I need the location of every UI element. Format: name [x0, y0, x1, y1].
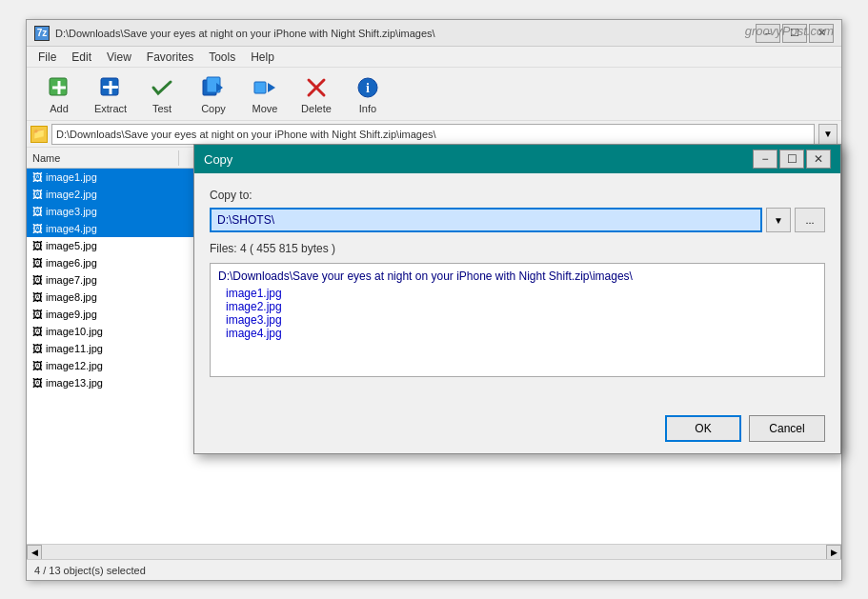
tree-path: D:\Downloads\Save your eyes at night on … — [218, 270, 817, 283]
dialog-body: Copy to: ▼ ... Files: 4 ( 455 815 bytes … — [194, 173, 840, 408]
add-label: Add — [50, 103, 69, 114]
menu-edit[interactable]: Edit — [64, 49, 99, 66]
menu-tools[interactable]: Tools — [201, 49, 243, 66]
delete-label: Delete — [301, 103, 332, 114]
file-name-cell: 🖼image5.jpg — [27, 239, 179, 252]
file-name-cell: 🖼image11.jpg — [27, 342, 179, 355]
copy-icon — [200, 74, 227, 101]
test-button[interactable]: Test — [137, 71, 187, 117]
file-name-cell: 🖼image4.jpg — [27, 222, 179, 235]
scroll-track[interactable] — [42, 545, 826, 560]
scroll-right-button[interactable]: ▶ — [826, 545, 841, 560]
dialog-title-bar: Copy − ☐ ✕ — [194, 145, 840, 173]
horizontal-scrollbar[interactable]: ◀ ▶ — [27, 544, 841, 559]
tree-file-1: image1.jpg — [218, 287, 817, 300]
delete-button[interactable]: Delete — [292, 71, 341, 117]
delete-icon — [303, 74, 330, 101]
copy-label: Copy — [201, 103, 226, 114]
file-name-cell: 🖼image2.jpg — [27, 188, 179, 201]
move-button[interactable]: Move — [240, 71, 290, 117]
file-name-cell: 🖼image3.jpg — [27, 205, 179, 218]
file-name-cell: 🖼image13.jpg — [27, 376, 179, 389]
status-text: 4 / 13 object(s) selected — [34, 565, 146, 576]
dialog-title: Copy — [204, 152, 751, 167]
browse-button[interactable]: ... — [795, 208, 825, 232]
test-icon — [149, 74, 175, 101]
extract-icon — [97, 74, 124, 101]
copy-path-row: ▼ ... — [210, 208, 825, 232]
menu-file[interactable]: File — [30, 49, 64, 66]
dialog-close-button[interactable]: ✕ — [806, 150, 831, 169]
ok-button[interactable]: OK — [665, 415, 741, 442]
watermark: groovyPost.com — [745, 24, 834, 38]
main-window: 7z D:\Downloads\Save your eyes at night … — [26, 19, 842, 581]
scroll-left-button[interactable]: ◀ — [27, 545, 42, 560]
file-name-cell: 🖼image9.jpg — [27, 308, 179, 321]
toolbar: Add Extract Test — [27, 68, 841, 121]
address-input[interactable] — [51, 124, 815, 145]
cancel-button[interactable]: Cancel — [749, 415, 825, 442]
copy-to-label: Copy to: — [210, 189, 825, 202]
dialog-minimize-button[interactable]: − — [753, 150, 777, 169]
move-label: Move — [252, 103, 278, 114]
menu-favorites[interactable]: Favorites — [139, 49, 201, 66]
extract-label: Extract — [94, 103, 127, 114]
col-name-header[interactable]: Name — [27, 150, 179, 166]
folder-icon: 📁 — [30, 126, 48, 143]
file-name-cell: 🖼image6.jpg — [27, 256, 179, 270]
copy-dialog: Copy − ☐ ✕ Copy to: ▼ ... Files: 4 ( 455… — [193, 144, 841, 454]
file-name-cell: 🖼image7.jpg — [27, 273, 179, 287]
add-button[interactable]: Add — [34, 71, 84, 117]
tree-file-2: image2.jpg — [218, 300, 817, 313]
window-title: D:\Downloads\Save your eyes at night on … — [55, 28, 756, 39]
file-name-cell: 🖼image12.jpg — [27, 359, 179, 372]
move-icon — [252, 74, 278, 101]
app-icon: 7z — [34, 26, 50, 41]
test-label: Test — [152, 103, 172, 114]
menu-bar: File Edit View Favorites Tools Help — [27, 47, 841, 68]
status-bar: 4 / 13 object(s) selected — [27, 559, 841, 580]
info-button[interactable]: i Info — [343, 71, 393, 117]
copy-tool-button[interactable]: Copy — [189, 71, 238, 117]
svg-rect-6 — [103, 86, 118, 89]
svg-rect-10 — [254, 82, 266, 93]
file-tree-area: D:\Downloads\Save your eyes at night on … — [210, 263, 825, 377]
copy-path-input[interactable] — [210, 208, 762, 232]
menu-help[interactable]: Help — [243, 49, 282, 66]
menu-view[interactable]: View — [99, 49, 139, 66]
file-name-cell: 🖼image8.jpg — [27, 290, 179, 304]
info-label: Info — [359, 103, 376, 114]
address-dropdown-button[interactable]: ▼ — [818, 124, 838, 145]
file-name-cell: 🖼image10.jpg — [27, 325, 179, 338]
tree-file-4: image4.jpg — [218, 327, 817, 340]
copy-path-dropdown-button[interactable]: ▼ — [766, 208, 791, 232]
svg-marker-11 — [268, 83, 275, 92]
extract-button[interactable]: Extract — [86, 71, 135, 117]
svg-text:i: i — [366, 81, 370, 95]
tree-file-3: image3.jpg — [218, 313, 817, 327]
dialog-footer: OK Cancel — [194, 408, 840, 453]
dialog-maximize-button[interactable]: ☐ — [779, 150, 804, 169]
info-icon: i — [354, 74, 381, 101]
file-name-cell: 🖼image1.jpg — [27, 170, 179, 184]
files-info: Files: 4 ( 455 815 bytes ) — [210, 242, 825, 255]
title-bar: 7z D:\Downloads\Save your eyes at night … — [27, 20, 841, 47]
add-icon — [46, 74, 72, 101]
